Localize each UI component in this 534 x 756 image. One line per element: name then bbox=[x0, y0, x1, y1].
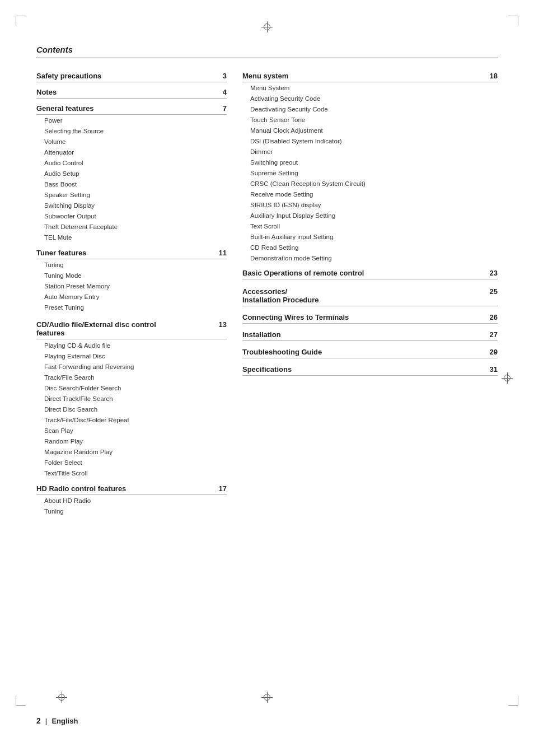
section-installation: Installation 27 bbox=[242, 330, 498, 341]
section-general-subitems: PowerSelecting the SourceVolumeAttenuato… bbox=[36, 115, 227, 243]
section-menu: Menu system 18 bbox=[242, 72, 498, 82]
section-hd-radio-label: HD Radio control features bbox=[36, 484, 126, 493]
list-item: About HD Radio bbox=[36, 496, 227, 506]
section-menu-subitems: Menu SystemActivating Security CodeDeact… bbox=[242, 83, 498, 263]
list-item: Playing External Disc bbox=[36, 351, 227, 362]
list-item: Deactivating Security Code bbox=[242, 104, 498, 115]
section-accessories-line2: Installation Procedure bbox=[242, 296, 498, 304]
reg-bottom-left bbox=[56, 692, 67, 703]
section-installation-label: Installation bbox=[242, 330, 281, 339]
section-general-label: General features bbox=[36, 104, 94, 113]
list-item: Dimmer bbox=[242, 147, 498, 157]
section-basic-ops-page: 23 bbox=[490, 269, 498, 277]
reg-bottom-center bbox=[261, 692, 273, 703]
section-cd-heading: CD/Audio file/External disc control 13 f… bbox=[36, 320, 227, 339]
section-tuner-subitems: TuningTuning ModeStation Preset MemoryAu… bbox=[36, 260, 227, 313]
list-item: Audio Setup bbox=[36, 169, 227, 179]
section-accessories-line1: Accessories/ bbox=[242, 287, 287, 296]
section-specifications: Specifications 31 bbox=[242, 365, 498, 376]
list-item: Supreme Setting bbox=[242, 168, 498, 179]
section-hd-radio-subitems: About HD RadioTuning bbox=[36, 496, 227, 517]
section-hd-radio-page: 17 bbox=[219, 484, 227, 493]
list-item: DSI (Disabled System Indicator) bbox=[242, 136, 498, 147]
section-notes-label: Notes bbox=[36, 88, 57, 96]
list-item: Tuning bbox=[36, 260, 227, 270]
section-troubleshooting-label: Troubleshooting Guide bbox=[242, 348, 322, 356]
section-safety-label: Safety precautions bbox=[36, 72, 101, 80]
list-item: Selecting the Source bbox=[36, 126, 227, 137]
section-accessories: Accessories/ 25 Installation Procedure bbox=[242, 287, 498, 306]
list-item: Station Preset Memory bbox=[36, 281, 227, 292]
footer-page-number: 2 bbox=[36, 716, 41, 725]
list-item: Attenuator bbox=[36, 147, 227, 158]
page-title: Contents bbox=[36, 45, 498, 58]
section-tuner: Tuner features 11 bbox=[36, 249, 227, 259]
list-item: Random Play bbox=[36, 436, 227, 447]
section-connecting: Connecting Wires to Terminals 26 bbox=[242, 313, 498, 324]
list-item: Tuning bbox=[36, 506, 227, 517]
section-safety-page: 3 bbox=[223, 72, 227, 80]
list-item: Auxiliary Input Display Setting bbox=[242, 211, 498, 221]
list-item: Auto Memory Entry bbox=[36, 292, 227, 302]
list-item: Magazine Random Play bbox=[36, 447, 227, 458]
section-cd-label-line1: CD/Audio file/External disc control bbox=[36, 320, 156, 329]
section-connecting-page: 26 bbox=[490, 313, 498, 321]
footer-language: English bbox=[51, 717, 78, 725]
section-menu-page: 18 bbox=[490, 72, 498, 80]
list-item: Folder Select bbox=[36, 458, 227, 468]
list-item: Demonstration mode Setting bbox=[242, 253, 498, 264]
list-item: CD Read Setting bbox=[242, 242, 498, 253]
section-tuner-label: Tuner features bbox=[36, 249, 86, 257]
list-item: SIRIUS ID (ESN) display bbox=[242, 200, 498, 211]
list-item: Preset Tuning bbox=[36, 302, 227, 313]
section-specifications-page: 31 bbox=[490, 365, 498, 374]
list-item: Track/File Search bbox=[36, 372, 227, 383]
main-content: Contents Safety precautions 3 Notes 4 Ge… bbox=[0, 0, 534, 550]
list-item: Audio Control bbox=[36, 158, 227, 169]
list-item: TEL Mute bbox=[36, 232, 227, 243]
section-basic-ops-label: Basic Operations of remote control bbox=[242, 269, 364, 277]
section-general-page: 7 bbox=[223, 104, 227, 113]
section-troubleshooting: Troubleshooting Guide 29 bbox=[242, 348, 498, 358]
list-item: Tuning Mode bbox=[36, 270, 227, 281]
page-footer: 2 | English bbox=[36, 716, 78, 725]
list-item: Track/File/Disc/Folder Repeat bbox=[36, 415, 227, 426]
list-item: Scan Play bbox=[36, 426, 227, 436]
list-item: Direct Track/File Search bbox=[36, 394, 227, 404]
section-basic-ops: Basic Operations of remote control 23 bbox=[242, 269, 498, 279]
list-item: CRSC (Clean Reception System Circuit) bbox=[242, 179, 498, 189]
list-item: Subwoofer Output bbox=[36, 211, 227, 222]
toc-right: Menu system 18 Menu SystemActivating Sec… bbox=[242, 66, 498, 517]
list-item: Disc Search/Folder Search bbox=[36, 383, 227, 394]
toc-columns: Safety precautions 3 Notes 4 General fea… bbox=[36, 66, 498, 517]
list-item: Fast Forwarding and Reversing bbox=[36, 362, 227, 372]
list-item: Direct Disc Search bbox=[36, 404, 227, 415]
footer-separator: | bbox=[45, 717, 48, 725]
list-item: Text Scroll bbox=[242, 221, 498, 232]
corner-bl bbox=[16, 696, 26, 706]
list-item: Switching Display bbox=[36, 200, 227, 211]
list-item: Speaker Setting bbox=[36, 190, 227, 200]
section-cd-heading-row: CD/Audio file/External disc control 13 bbox=[36, 320, 227, 329]
list-item: Activating Security Code bbox=[242, 94, 498, 104]
list-item: Switching preout bbox=[242, 157, 498, 168]
list-item: Touch Sensor Tone bbox=[242, 115, 498, 125]
list-item: Text/Title Scroll bbox=[36, 468, 227, 479]
section-cd-subitems: Playing CD & Audio filePlaying External … bbox=[36, 340, 227, 479]
section-accessories-row: Accessories/ 25 bbox=[242, 287, 498, 296]
list-item: Power bbox=[36, 115, 227, 126]
section-hd-radio: HD Radio control features 17 bbox=[36, 484, 227, 495]
list-item: Receive mode Setting bbox=[242, 189, 498, 200]
toc-left: Safety precautions 3 Notes 4 General fea… bbox=[36, 66, 227, 517]
list-item: Menu System bbox=[242, 83, 498, 94]
section-tuner-page: 11 bbox=[219, 249, 227, 257]
section-menu-label: Menu system bbox=[242, 72, 288, 80]
section-specifications-label: Specifications bbox=[242, 365, 292, 374]
section-notes-page: 4 bbox=[223, 88, 227, 96]
section-accessories-page: 25 bbox=[490, 287, 498, 296]
section-installation-page: 27 bbox=[490, 330, 498, 339]
section-cd-page: 13 bbox=[219, 320, 227, 329]
section-general: General features 7 bbox=[36, 104, 227, 115]
list-item: Volume bbox=[36, 137, 227, 147]
section-safety: Safety precautions 3 bbox=[36, 72, 227, 82]
